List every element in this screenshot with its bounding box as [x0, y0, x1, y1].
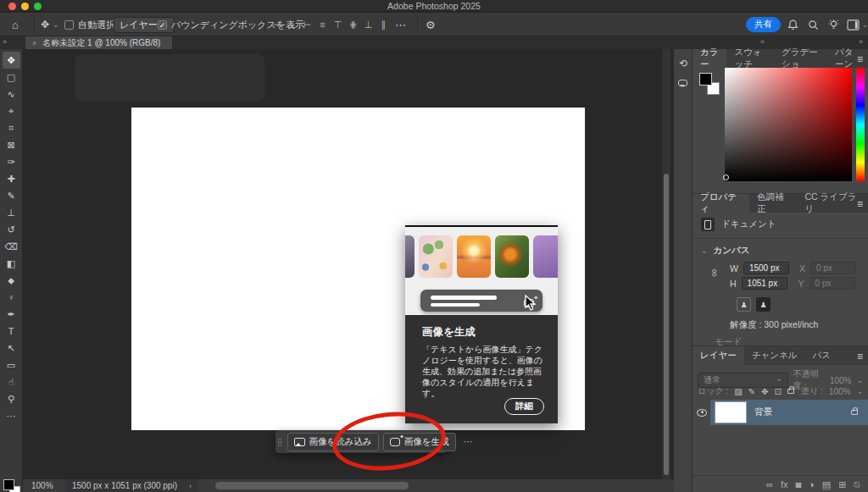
hand-tool[interactable]: ☝ — [3, 373, 20, 390]
marquee-tool[interactable]: ▢ — [3, 69, 20, 86]
document-tab[interactable]: × 名称未設定 1 @ 100% (RGB/8) — [25, 36, 172, 49]
object-selection-tool[interactable]: ⌖ — [3, 102, 20, 119]
history-brush-tool[interactable]: ↺ — [3, 221, 20, 238]
link-dimensions-icon[interactable]: ∞ — [709, 269, 721, 277]
canvas-section-header[interactable]: ⌄ カンバス — [701, 245, 750, 257]
vertical-scrollbar[interactable] — [662, 49, 670, 479]
comments-panel-icon[interactable] — [678, 80, 687, 86]
move-tool[interactable]: ✥ — [3, 52, 20, 69]
fill-value[interactable]: 100% — [829, 387, 851, 396]
workspace-settings-gear-icon[interactable]: ⚙ — [422, 13, 439, 36]
blur-tool[interactable]: ⬥ — [3, 272, 20, 289]
tab-swatches[interactable]: スウォッチ — [726, 49, 774, 68]
auto-select-checkbox[interactable]: 自動選択 : — [64, 13, 120, 36]
delete-layer-icon[interactable]: ⍉ — [854, 479, 860, 490]
tab-properties[interactable]: プロパティ — [693, 194, 749, 213]
taskbar-drag-handle[interactable]: ⣿ — [277, 439, 283, 445]
distribute-horizontal-icon[interactable]: ∥ — [376, 19, 391, 30]
layer-name[interactable]: 背景 — [754, 406, 772, 418]
adjustment-layer-icon[interactable]: ◑ — [809, 479, 815, 490]
eyedropper-tool[interactable]: ✑ — [3, 153, 20, 170]
layer-effects-icon[interactable]: fx — [781, 479, 788, 490]
saturation-brightness-field[interactable] — [725, 68, 852, 181]
align-center-horizontal-icon[interactable]: ⊥ — [285, 19, 299, 30]
checkbox-unchecked[interactable] — [64, 20, 74, 30]
lock-artboard-icon[interactable]: ⊡ — [775, 387, 782, 396]
hue-slider[interactable] — [856, 68, 865, 181]
foreground-color-swatch[interactable] — [699, 73, 712, 86]
dodge-tool[interactable]: ♀ — [3, 289, 20, 306]
landscape-orientation-button[interactable]: ♟ — [756, 297, 771, 312]
layer-thumbnail[interactable] — [715, 402, 746, 423]
panel-menu-icon[interactable]: ≡ — [857, 53, 863, 65]
panel-menu-icon[interactable]: ≡ — [857, 198, 863, 210]
taskbar-more-icon[interactable]: ⋯ — [460, 436, 476, 447]
gradient-tool[interactable]: ◧ — [3, 255, 20, 272]
move-tool-preset[interactable]: ✥⌄ — [37, 13, 59, 36]
pen-tool[interactable]: ✒ — [3, 306, 20, 323]
toolbar-expand-icon[interactable]: » — [3, 37, 7, 46]
clone-stamp-tool[interactable]: ⊥ — [3, 204, 20, 221]
detail-button[interactable]: 詳細 — [504, 398, 544, 415]
edit-toolbar[interactable]: ⋯ — [3, 407, 20, 424]
link-layers-icon[interactable]: ∞ — [766, 479, 773, 490]
lock-position-icon[interactable]: ✥ — [761, 387, 768, 396]
crop-tool[interactable]: ⌗ — [3, 119, 20, 136]
lasso-tool[interactable]: ∿ — [3, 86, 20, 102]
frame-tool[interactable]: ⊠ — [3, 136, 20, 153]
width-field[interactable]: 1500 px — [743, 262, 789, 274]
layer-group-icon[interactable]: ▤ — [822, 479, 831, 490]
checkbox-checked[interactable]: ✓ — [158, 20, 167, 30]
shape-tool[interactable]: ▭ — [3, 357, 20, 373]
horizontal-scrollbar-thumb[interactable] — [215, 482, 409, 489]
tab-color[interactable]: カラー — [693, 49, 726, 68]
color-field-cursor[interactable] — [723, 174, 729, 180]
panel-menu-icon[interactable]: ≡ — [857, 351, 863, 362]
lock-all-icon[interactable] — [787, 389, 794, 394]
collapse-panels-icon[interactable]: « — [760, 37, 765, 46]
foreground-color-swatch[interactable] — [3, 479, 14, 490]
history-panel-icon[interactable]: ⟲ — [674, 58, 693, 69]
opacity-value[interactable]: 100% — [830, 376, 852, 385]
eraser-tool[interactable]: ⌫ — [3, 238, 20, 255]
search-icon[interactable] — [807, 13, 820, 36]
align-bottom-icon[interactable]: ⊥ — [361, 19, 376, 30]
height-field[interactable]: 1051 px — [742, 277, 787, 290]
align-left-icon[interactable]: ⊣ — [270, 19, 284, 30]
healing-brush-tool[interactable]: ✚ — [3, 170, 20, 187]
tab-layers[interactable]: レイヤー — [693, 346, 744, 365]
tab-gradients[interactable]: グラデーショ — [774, 49, 827, 68]
zoom-tool[interactable]: ⚲ — [3, 390, 20, 407]
brush-tool[interactable]: ✎ — [3, 187, 20, 204]
document-info[interactable]: 1500 px x 1051 px (300 ppi) › — [65, 479, 198, 492]
portrait-orientation-button[interactable]: ♟ — [737, 297, 751, 312]
share-button[interactable]: 共有 — [746, 13, 781, 36]
type-tool[interactable]: T — [3, 323, 20, 340]
zoom-level[interactable]: 100% — [31, 481, 65, 490]
expand-panels-icon[interactable]: » — [859, 37, 863, 46]
horizontal-scrollbar[interactable] — [198, 479, 667, 492]
align-right-icon[interactable]: ⊢ — [300, 19, 314, 30]
canvas-pasteboard[interactable] — [23, 49, 662, 479]
tab-paths[interactable]: パス — [804, 346, 838, 365]
tab-adjustments[interactable]: 色調補正 — [749, 194, 797, 213]
layer-row-background[interactable]: 背景 — [693, 400, 868, 425]
align-center-vertical-icon[interactable]: ⋕ — [346, 19, 360, 30]
distribute-vertical-icon[interactable]: ≡ — [315, 19, 330, 30]
new-layer-icon[interactable]: ⊞ — [838, 479, 846, 490]
vertical-scrollbar-thumb[interactable] — [664, 174, 669, 475]
more-options-icon[interactable]: ⋯ — [392, 13, 409, 36]
notifications-bell-icon[interactable] — [787, 13, 799, 36]
layer-visibility-eye-icon[interactable] — [697, 409, 707, 417]
layer-lock-icon[interactable] — [851, 410, 858, 415]
tab-channels[interactable]: チャンネル — [744, 346, 805, 365]
lock-transparent-pixels-icon[interactable]: ▨ — [734, 387, 742, 396]
status-expand-icon[interactable]: › — [189, 482, 192, 490]
path-selection-tool[interactable]: ↖ — [3, 340, 20, 357]
lock-image-pixels-icon[interactable]: ✎ — [748, 387, 755, 396]
close-tab-icon[interactable]: × — [32, 39, 36, 47]
layer-mask-icon[interactable]: ◙ — [795, 479, 801, 490]
align-top-icon[interactable]: ⊤ — [331, 19, 345, 30]
home-icon[interactable]: ⌂ — [8, 13, 22, 36]
workspace-switcher-icon[interactable]: ⌄ — [847, 13, 868, 36]
